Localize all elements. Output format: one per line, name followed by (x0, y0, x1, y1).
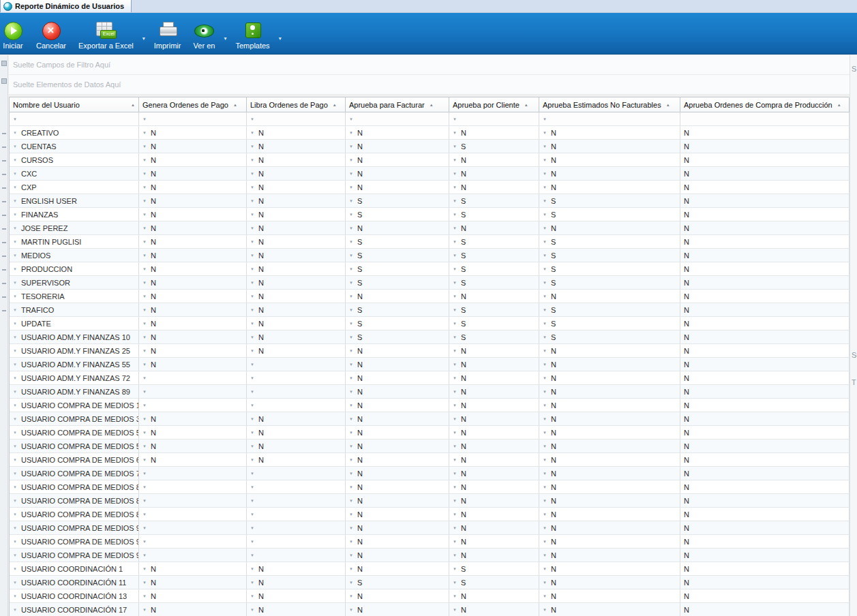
value-cell[interactable]: ▼N (449, 453, 539, 467)
filter-cell[interactable]: ▼ (539, 112, 680, 126)
grid-row[interactable]: ▼USUARIO COMPRA DE MEDIOS 77▼▼▼N▼N▼NN (10, 467, 849, 480)
user-name-cell[interactable]: ▼USUARIO COMPRA DE MEDIOS 50 (10, 426, 139, 440)
user-name-cell[interactable]: ▼USUARIO COORDINACIÓN 11 (10, 576, 139, 589)
value-cell[interactable]: ▼N (539, 221, 680, 235)
value-cell[interactable]: ▼N (346, 126, 449, 140)
cell-dropdown-icon[interactable]: ▼ (543, 267, 547, 271)
templates-dropdown-caret-icon[interactable]: ▾ (276, 25, 284, 52)
user-name-cell[interactable]: ▼CXC (10, 167, 139, 181)
cell-dropdown-icon[interactable]: ▼ (250, 512, 254, 517)
value-cell[interactable]: ▼N (139, 589, 247, 603)
value-cell[interactable]: ▼S (346, 303, 449, 317)
user-name-cell[interactable]: ▼MARTIN PUGLISI (10, 235, 139, 249)
user-name-cell[interactable]: ▼CUENTAS (10, 140, 139, 153)
value-cell[interactable]: ▼N (449, 371, 539, 385)
cell-dropdown-icon[interactable]: ▼ (142, 144, 147, 149)
cell-dropdown-icon[interactable]: ▼ (250, 158, 254, 162)
user-name-cell[interactable]: ▼TESORERIA (10, 290, 139, 303)
filter-dropdown-icon[interactable]: ▼ (453, 117, 457, 121)
cell-dropdown-icon[interactable]: ▼ (349, 608, 353, 612)
cell-dropdown-icon[interactable]: ▼ (250, 267, 254, 271)
cell-dropdown-icon[interactable]: ▼ (250, 199, 254, 203)
cell-dropdown-icon[interactable]: ▼ (142, 240, 147, 244)
cell-dropdown-icon[interactable]: ▼ (453, 363, 457, 367)
cancelar-button[interactable]: Cancelar (30, 15, 72, 52)
cell-dropdown-icon[interactable]: ▼ (453, 199, 457, 203)
exportar-dropdown-caret-icon[interactable]: ▾ (140, 25, 148, 52)
cell-dropdown-icon[interactable]: ▼ (142, 335, 147, 339)
grid-row[interactable]: ▼USUARIO ADM.Y FINANZAS 10▼N▼N▼S▼S▼SN (10, 330, 849, 344)
grid-row[interactable]: ▼JOSE PEREZ▼N▼N▼N▼N▼NN (10, 221, 849, 235)
cell-dropdown-icon[interactable]: ▼ (142, 390, 147, 394)
value-cell[interactable]: ▼S (346, 330, 449, 344)
cell-dropdown-icon[interactable]: ▼ (142, 294, 147, 298)
cell-dropdown-icon[interactable]: ▼ (250, 567, 254, 571)
value-cell[interactable]: ▼ (247, 371, 346, 385)
value-cell[interactable]: ▼N (346, 535, 449, 549)
value-cell[interactable]: ▼N (449, 126, 539, 140)
value-cell[interactable]: ▼N (539, 385, 680, 399)
grid-row[interactable]: ▼TESORERIA▼N▼N▼N▼N▼NN (10, 290, 849, 303)
cell-dropdown-icon[interactable]: ▼ (349, 281, 353, 285)
cell-dropdown-icon[interactable]: ▼ (453, 417, 457, 421)
row-expand-icon[interactable]: ▼ (13, 417, 17, 421)
user-name-cell[interactable]: ▼USUARIO COORDINACIÓN 17 (10, 603, 139, 616)
row-expand-icon[interactable]: ▼ (13, 526, 17, 530)
grid-row[interactable]: ▼USUARIO COMPRA DE MEDIOS 88▼▼▼N▼N▼NN (10, 508, 849, 521)
cell-dropdown-icon[interactable]: ▼ (142, 526, 147, 530)
value-cell[interactable]: ▼N (247, 167, 346, 181)
value-cell[interactable]: ▼N (247, 562, 346, 576)
value-cell[interactable]: ▼N (139, 576, 247, 589)
cell-dropdown-icon[interactable]: ▼ (349, 144, 353, 149)
cell-dropdown-icon[interactable]: ▼ (250, 213, 254, 217)
grid-row[interactable]: ▼USUARIO COMPRA DE MEDIOS 87▼▼▼N▼N▼NN (10, 494, 849, 508)
cell-dropdown-icon[interactable]: ▼ (142, 213, 147, 217)
value-cell[interactable]: ▼N (139, 167, 247, 181)
value-cell[interactable]: ▼N (247, 153, 346, 167)
filter-dropdown-icon[interactable]: ▼ (349, 117, 353, 121)
value-cell[interactable]: ▼N (539, 126, 680, 140)
value-cell[interactable]: ▼ (139, 549, 247, 562)
value-cell[interactable]: ▼N (346, 290, 449, 303)
cell-dropdown-icon[interactable]: ▼ (543, 226, 547, 230)
cell-dropdown-icon[interactable]: ▼ (250, 390, 254, 394)
cell-dropdown-icon[interactable]: ▼ (250, 335, 254, 339)
value-cell[interactable]: ▼N (539, 467, 680, 480)
value-cell[interactable]: ▼N (139, 276, 247, 290)
ver-en-button[interactable]: Ver en (187, 15, 221, 52)
user-name-cell[interactable]: ▼USUARIO COMPRA DE MEDIOS 61 (10, 453, 139, 467)
cell-dropdown-icon[interactable]: ▼ (453, 308, 457, 312)
value-cell[interactable]: ▼N (247, 603, 346, 616)
value-cell[interactable]: ▼N (539, 344, 680, 358)
user-name-cell[interactable]: ▼USUARIO COMPRA DE MEDIOS 77 (10, 467, 139, 480)
value-cell[interactable]: ▼N (449, 426, 539, 440)
cell-dropdown-icon[interactable]: ▼ (349, 349, 353, 353)
row-expand-icon[interactable]: ▼ (13, 240, 17, 244)
value-cell[interactable]: ▼N (539, 562, 680, 576)
cell-dropdown-icon[interactable]: ▼ (142, 267, 147, 271)
cell-dropdown-icon[interactable]: ▼ (142, 199, 147, 203)
value-cell[interactable]: ▼N (539, 453, 680, 467)
cell-dropdown-icon[interactable]: ▼ (142, 431, 147, 435)
column-header[interactable]: Aprueba para Facturar▲ (346, 97, 449, 112)
cell-dropdown-icon[interactable]: ▼ (250, 581, 254, 585)
value-cell[interactable]: ▼S (539, 208, 680, 221)
value-cell[interactable]: ▼S (449, 276, 539, 290)
imprimir-button[interactable]: Imprimir (148, 15, 187, 52)
cell-dropdown-icon[interactable]: ▼ (543, 308, 547, 312)
cell-dropdown-icon[interactable]: ▼ (543, 185, 547, 189)
value-cell[interactable]: ▼N (139, 317, 247, 330)
cell-dropdown-icon[interactable]: ▼ (349, 322, 353, 326)
row-expand-icon[interactable]: ▼ (13, 458, 17, 462)
value-cell[interactable]: ▼N (247, 181, 346, 194)
value-cell[interactable]: ▼ (139, 385, 247, 399)
cell-dropdown-icon[interactable]: ▼ (543, 553, 547, 557)
value-cell[interactable]: ▼ (247, 480, 346, 494)
value-cell[interactable]: ▼N (139, 181, 247, 194)
cell-dropdown-icon[interactable]: ▼ (543, 213, 547, 217)
value-cell[interactable]: ▼N (449, 535, 539, 549)
value-cell[interactable]: ▼N (539, 371, 680, 385)
cell-dropdown-icon[interactable]: ▼ (349, 158, 353, 162)
value-cell[interactable]: ▼N (539, 426, 680, 440)
value-cell[interactable]: ▼S (539, 249, 680, 262)
